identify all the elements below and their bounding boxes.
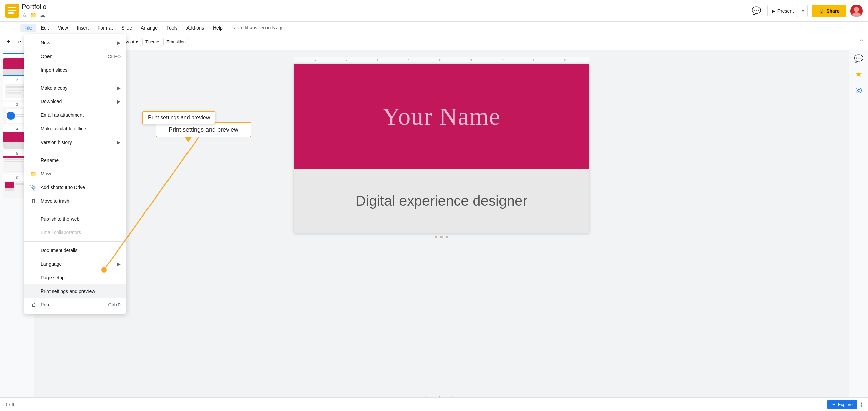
menu-insert[interactable]: Insert [73,24,93,32]
comment-button[interactable]: 💬 [750,4,763,18]
publish-label: Publish to the web [41,216,79,222]
toolbar: + ↩ ↪ 🖼 ◻ ↖ ⊞ Background Layout ▾ Theme … [0,34,868,50]
menu-item-print[interactable]: 🖨 Print Ctrl+P [24,298,126,312]
toolbar-collapse-button[interactable]: ⌃ [859,38,864,46]
add-icon: + [7,38,11,45]
slide-dot-1[interactable] [435,236,437,238]
menu-item-rename[interactable]: Rename [24,153,126,167]
copy-label: Make a copy [41,85,67,91]
slide-number: 1 / 6 [5,402,14,407]
divider-4 [24,241,126,242]
menu-file[interactable]: File [20,24,36,32]
app-icon [5,4,19,18]
present-button[interactable]: ▶ Present [767,5,798,17]
menu-view[interactable]: View [54,24,72,32]
version-arrow: ▶ [117,139,121,145]
right-panel-circle-icon[interactable]: ◎ [855,86,862,94]
menu-addons[interactable]: Add-ons [182,24,208,32]
open-label: Open [41,54,52,59]
trash-label: Move to trash [41,198,70,204]
present-dropdown-button[interactable]: ▾ [798,5,808,17]
slide-navigation-dots [435,236,448,238]
shortcut-icon: 📎 [30,184,37,191]
main-layout: 1 2 3 [0,50,868,411]
document-title-icons: ☆ 📁 ☁ [22,12,46,19]
toolbar-theme[interactable]: Theme [142,38,162,46]
menu-item-email-collaborators: Email collaborators [24,226,126,239]
share-label: Share [826,8,840,14]
print-settings-label: Print settings and preview [41,288,95,294]
svg-text:9: 9 [564,58,566,61]
menu-item-import[interactable]: Import slides [24,63,126,77]
menu-format[interactable]: Format [94,24,117,32]
menu-edit[interactable]: Edit [37,24,53,32]
svg-rect-1 [8,7,16,8]
menu-tools[interactable]: Tools [162,24,182,32]
slide-bottom-section: Digital experience designer [294,169,589,233]
svg-text:4: 4 [408,58,410,61]
menu-item-move[interactable]: 📁 Move [24,167,126,181]
download-arrow: ▶ [117,99,121,104]
cloud-icon[interactable]: ☁ [39,12,45,19]
divider-2 [24,151,126,151]
menu-item-version-history[interactable]: Version history ▶ [24,135,126,149]
share-button[interactable]: 🔒 Share [812,5,846,17]
present-icon: ▶ [772,8,775,14]
divider-3 [24,210,126,210]
toolbar-add-button[interactable]: + [4,37,13,48]
slide-canvas[interactable]: Your Name Digital experience designer [294,64,589,233]
print-label: Print [41,302,51,307]
right-panel-chat-icon[interactable]: 💬 [854,54,863,63]
star-icon[interactable]: ☆ [22,12,27,19]
tooltip-label: Print settings and preview [148,115,210,120]
move-icon: 📁 [30,171,37,177]
user-avatar[interactable] [850,5,863,17]
menu-item-offline[interactable]: Make available offline [24,122,126,135]
right-panel-star-icon[interactable]: ★ [855,70,862,79]
menu-item-doc-details[interactable]: Document details [24,244,126,257]
menu-item-add-shortcut[interactable]: 📎 Add shortcut to Drive [24,181,126,194]
svg-rect-2 [8,10,16,11]
explore-button[interactable]: ✦ Explore [827,400,857,409]
slide-title: Your Name [382,102,501,131]
divider-1 [24,79,126,79]
menu-slide[interactable]: Slide [117,24,136,32]
email-collab-label: Email collaborators [41,230,81,235]
menu-item-new[interactable]: New ▶ [24,36,126,50]
copy-arrow: ▶ [117,85,121,91]
menu-item-copy[interactable]: Make a copy ▶ [24,81,126,95]
language-arrow: ▶ [117,261,121,267]
menu-item-language[interactable]: Language ▶ [24,257,126,271]
menu-bar: File Edit View Insert Format Slide Arran… [0,22,868,34]
layout-dropdown-icon: ▾ [136,39,138,44]
menu-arrange[interactable]: Arrange [137,24,162,32]
folder-icon[interactable]: 📁 [30,12,37,18]
menu-item-trash[interactable]: 🗑 Move to trash [24,194,126,208]
new-label: New [41,40,50,45]
menu-item-email-attachment[interactable]: Email as attachment [24,108,126,122]
menu-help[interactable]: Help [209,24,227,32]
toolbar-undo-button[interactable]: ↩ [15,37,24,48]
svg-text:3: 3 [377,58,378,61]
expand-panel-button[interactable]: ⟩ [860,401,863,408]
tooltip-annotation: Print settings and preview [142,111,215,124]
menu-item-page-setup[interactable]: Page setup [24,271,126,284]
slide-dot-3[interactable] [446,236,448,238]
language-label: Language [41,261,62,267]
present-label: Present [777,8,794,14]
svg-text:1: 1 [314,58,316,61]
menu-item-print-settings[interactable]: Print settings and preview [24,284,126,298]
document-title[interactable]: Portfolio [22,3,46,11]
trash-icon: 🗑 [30,198,37,204]
top-right-actions: 💬 ▶ Present ▾ 🔒 Share [750,4,863,18]
download-label: Download [41,99,62,104]
svg-text:8: 8 [533,58,534,61]
menu-item-download[interactable]: Download ▶ [24,95,126,108]
rename-label: Rename [41,157,59,163]
slide-dot-2[interactable] [440,236,443,238]
menu-item-open[interactable]: Open Ctrl+O [24,50,126,63]
toolbar-transition[interactable]: Transition [163,38,189,46]
menu-item-publish[interactable]: Publish to the web [24,212,126,226]
lock-icon: 🔒 [818,8,824,14]
svg-text:2: 2 [346,58,347,61]
